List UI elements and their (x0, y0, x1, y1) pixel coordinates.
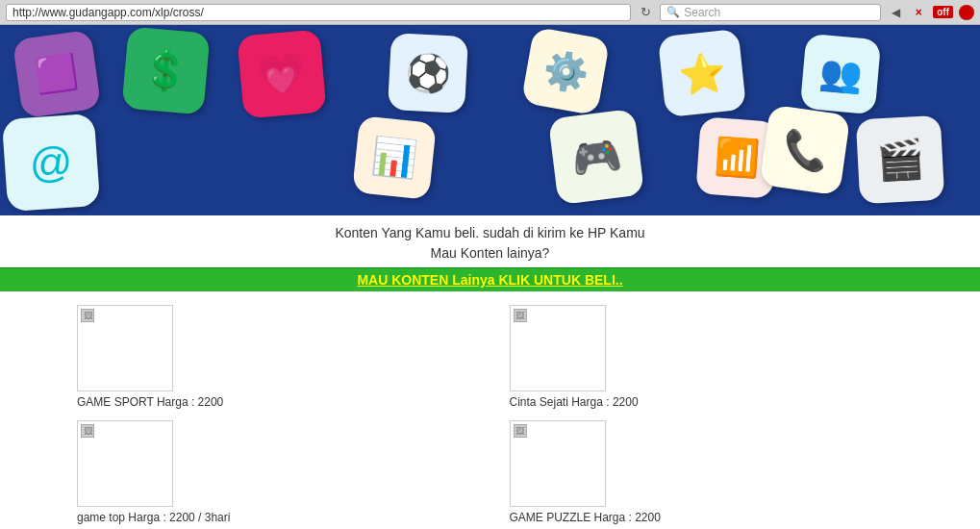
sticker-phone: 📞 (760, 105, 851, 196)
message-section: Konten Yang Kamu beli. sudah di kirim ke… (0, 215, 980, 267)
sticker-soccer: ⚽ (388, 33, 468, 113)
address-bar[interactable]: http://www.gudangapp.com/xlp/cross/ (6, 4, 631, 21)
sticker-gear: ⚙️ (521, 27, 611, 116)
search-placeholder: Search (684, 6, 720, 19)
image-placeholder-icon-3: 🖼 (81, 424, 94, 438)
sticker-heart: 💗 (237, 29, 326, 118)
search-icon: 🔍 (666, 6, 680, 18)
product-image-4: 🖼 (510, 420, 606, 507)
product-item-4[interactable]: 🖼 GAME PUZZLE Harga : 2200 (490, 415, 923, 529)
sticker-gamepad: 🎮 (548, 109, 644, 205)
image-placeholder-icon-2: 🖼 (514, 309, 527, 322)
message-line1: Konten Yang Kamu beli. sudah di kirim ke… (0, 223, 980, 243)
banner: 🟪 💲 💗 ⚽ ⚙️ ⭐ 👥 @ 📊 🎮 📶 📞 🎬 (0, 25, 980, 215)
product-label-3: game top Harga : 2200 / 3hari (77, 511, 230, 524)
close-button[interactable]: × (910, 4, 927, 21)
off-badge: off (933, 6, 953, 18)
sticker-chat: 👥 (800, 34, 882, 115)
product-image-2: 🖼 (510, 305, 606, 391)
search-bar[interactable]: 🔍 Search (660, 4, 881, 21)
url-text: http://www.gudangapp.com/xlp/cross/ (13, 6, 204, 19)
image-placeholder-icon-1: 🖼 (81, 309, 94, 322)
message-line2: Mau Konten lainya? (0, 243, 980, 264)
product-label-4: GAME PUZZLE Harga : 2200 (510, 511, 661, 524)
sticker-purple: 🟪 (13, 30, 102, 119)
sticker-chart: 📊 (352, 115, 437, 200)
products-grid: 🖼 GAME SPORT Harga : 2200 🖼 Cinta Sejati… (0, 291, 980, 529)
product-item-3[interactable]: 🖼 game top Harga : 2200 / 3hari (58, 415, 490, 529)
product-label-1: GAME SPORT Harga : 2200 (77, 395, 223, 409)
flag-icon (959, 5, 974, 20)
sticker-star: ⭐ (658, 29, 746, 117)
cta-bar[interactable]: MAU KONTEN Lainya KLIK UNTUK BELI.. (0, 267, 980, 291)
image-placeholder-icon-4: 🖼 (514, 424, 527, 438)
sticker-dollar: 💲 (121, 26, 210, 114)
product-label-2: Cinta Sejati Harga : 2200 (510, 395, 639, 409)
browser-chrome: http://www.gudangapp.com/xlp/cross/ ↻ 🔍 … (0, 0, 980, 25)
sticker-at: @ (2, 113, 100, 212)
product-item-1[interactable]: 🖼 GAME SPORT Harga : 2200 (58, 299, 490, 415)
product-item-2[interactable]: 🖼 Cinta Sejati Harga : 2200 (490, 299, 923, 415)
product-image-1: 🖼 (77, 305, 173, 391)
product-image-3: 🖼 (77, 420, 173, 507)
refresh-button[interactable]: ↻ (637, 4, 654, 21)
navigate-back[interactable]: ◀ (887, 4, 904, 21)
sticker-film: 🎬 (856, 115, 944, 204)
